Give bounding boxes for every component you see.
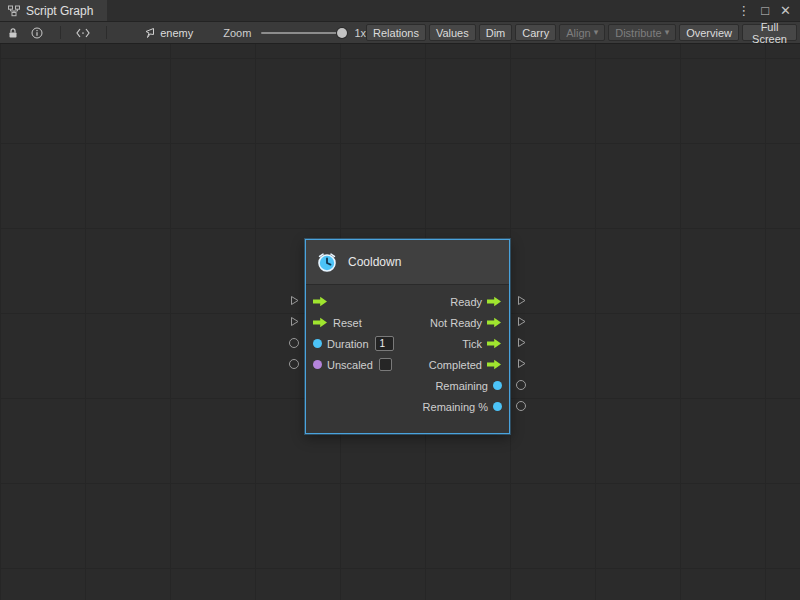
zoom-slider-track[interactable] [261,32,346,34]
port-row: Remaining [306,375,509,396]
chevron-down-icon: ▾ [665,28,670,37]
port-row: Remaining % [306,396,509,417]
value-input-port[interactable] [313,339,322,348]
zoom-value: 1x [354,27,366,39]
unscaled-checkbox[interactable] [379,358,392,371]
port-label: Completed [429,359,482,371]
button-label: Values [436,27,469,39]
distribute-button[interactable]: Distribute ▾ [608,24,676,41]
overview-button[interactable]: Overview [679,24,739,41]
flow-output-port[interactable] [487,317,502,328]
port-label: Not Ready [430,317,482,329]
carry-button[interactable]: Carry [515,24,556,41]
cooldown-node-group: Cooldown Ready [283,239,532,434]
value-input-connector[interactable] [289,338,299,348]
value-output-port[interactable] [493,402,502,411]
script-graph-icon [8,5,20,17]
full-screen-button[interactable]: Full Screen [742,24,797,41]
button-label: Dim [486,27,506,39]
flow-output-port[interactable] [487,359,502,370]
value-output-connector[interactable] [516,380,526,390]
port-row: Ready [306,291,509,312]
value-input-connector[interactable] [289,359,299,369]
port-label: Ready [450,296,482,308]
button-label: Align [566,27,590,39]
info-icon [31,27,43,39]
graph-context-breadcrumb[interactable]: enemy [143,27,193,39]
tab-label: Script Graph [26,4,93,18]
value-output-port[interactable] [493,381,502,390]
port-row: Unscaled Completed [306,354,509,375]
zoom-slider-knob[interactable] [337,28,347,38]
port-label: Remaining % [423,401,488,413]
port-label: Remaining [435,380,488,392]
button-label: Relations [373,27,419,39]
padlock-icon [7,27,19,39]
zoom-label: Zoom [223,27,251,39]
flow-output-port[interactable] [487,338,502,349]
dim-button[interactable]: Dim [479,24,513,41]
tab-strip-empty [107,0,737,21]
toolbar-separator [60,26,61,39]
flow-input-port[interactable] [313,317,328,328]
flow-output-connector[interactable] [516,316,527,327]
relations-button[interactable]: Relations [366,24,426,41]
flow-input-port[interactable] [313,296,328,307]
graph-toolbar: enemy Zoom 1x Relations Values Dim Carry… [0,22,800,44]
alarm-clock-icon [316,251,338,273]
flow-output-port[interactable] [487,296,502,307]
flow-input-connector[interactable] [289,295,300,306]
window-controls: ⋮ □ ✕ [737,0,800,21]
graph-canvas[interactable]: Cooldown Ready [0,44,800,600]
port-row: Duration 1 Tick [306,333,509,354]
flow-output-connector[interactable] [516,358,527,369]
node-title: Cooldown [348,255,401,269]
external-output-connectors [510,239,532,416]
cursor-icon [143,27,155,39]
node-body: Ready Reset Not Ready [306,285,509,433]
button-label: Full Screen [749,21,790,45]
close-icon[interactable]: ✕ [780,4,791,17]
button-label: Overview [686,27,732,39]
duration-value-field[interactable]: 1 [375,336,394,351]
lock-button[interactable] [4,24,21,42]
angle-brackets-icon [76,28,90,38]
toolbar-buttons: Relations Values Dim Carry Align ▾ Distr… [366,24,800,41]
button-label: Carry [522,27,549,39]
port-row: Reset Not Ready [306,312,509,333]
boolean-input-port[interactable] [313,360,322,369]
external-input-connectors [283,239,305,374]
cooldown-node[interactable]: Cooldown Ready [305,239,510,434]
align-button[interactable]: Align ▾ [559,24,605,41]
flow-input-connector[interactable] [289,316,300,327]
tab-script-graph[interactable]: Script Graph [0,0,107,21]
code-button[interactable] [75,24,92,42]
values-button[interactable]: Values [429,24,476,41]
maximize-icon[interactable]: □ [761,4,769,17]
context-label: enemy [160,27,193,39]
port-label: Duration [327,338,369,350]
info-button[interactable] [28,24,45,42]
kebab-menu-icon[interactable]: ⋮ [737,4,750,17]
node-header[interactable]: Cooldown [306,240,509,285]
port-label: Tick [462,338,482,350]
button-label: Distribute [615,27,661,39]
flow-output-connector[interactable] [516,295,527,306]
tab-strip: Script Graph ⋮ □ ✕ [0,0,800,22]
toolbar-separator [106,26,107,39]
value-output-connector[interactable] [516,401,526,411]
port-label: Reset [333,317,362,329]
zoom-slider[interactable] [261,26,346,40]
flow-output-connector[interactable] [516,337,527,348]
port-label: Unscaled [327,359,373,371]
chevron-down-icon: ▾ [594,28,599,37]
